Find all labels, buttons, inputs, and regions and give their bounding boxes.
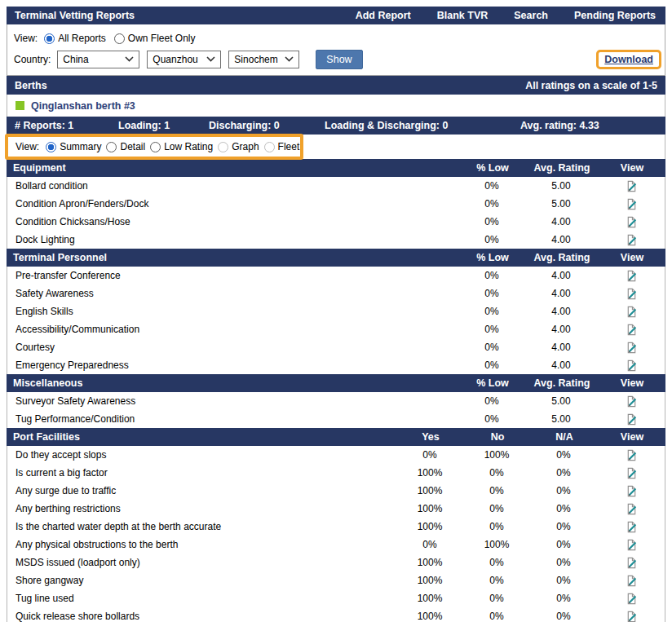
view-report-icon[interactable]	[626, 611, 638, 622]
table-row: Any physical obstructions to the berth0%…	[7, 536, 665, 554]
row-value: 100%	[396, 557, 464, 568]
table-row: Pre-transfer Conference0%4.00	[7, 267, 665, 285]
country-select-value: China	[63, 54, 88, 65]
row-value: 100%	[396, 485, 464, 496]
view-cell	[598, 287, 665, 299]
radio-all-reports[interactable]: All Reports	[44, 33, 106, 44]
view-report-icon[interactable]	[626, 180, 638, 192]
view-cell	[598, 448, 665, 461]
stat-loading-discharging: Loading & Discharging: 0	[325, 120, 520, 131]
view-report-icon[interactable]	[626, 593, 638, 605]
download-link[interactable]: Download	[604, 54, 653, 65]
row-value: 0%	[529, 611, 598, 622]
row-value: 5.00	[524, 413, 598, 425]
radio-own-fleet-label: Own Fleet Only	[128, 33, 196, 44]
nav-search[interactable]: Search	[514, 10, 548, 21]
row-value: 0%	[459, 413, 524, 425]
column-header-yes: Yes	[396, 431, 465, 443]
view-cell	[598, 592, 665, 604]
view-report-icon[interactable]	[626, 324, 638, 336]
row-label: Tug Performance/Condition	[7, 413, 459, 425]
table-row: Shore gangway100%0%0%	[7, 571, 665, 589]
nav-pending-reports[interactable]: Pending Reports	[574, 10, 656, 21]
radio-disabled-icon	[218, 142, 228, 152]
view-cell	[598, 395, 665, 407]
nav-blank-tvr[interactable]: Blank TVR	[437, 10, 489, 21]
row-label: Safety Awareness	[7, 288, 459, 299]
view-cell	[598, 520, 665, 532]
row-value: 5.00	[524, 198, 598, 210]
view-report-icon[interactable]	[626, 395, 638, 408]
view-report-icon[interactable]	[626, 503, 638, 515]
view-cell	[598, 610, 665, 622]
row-value: 100%	[396, 503, 464, 514]
view-cell	[598, 574, 665, 586]
top-nav-bar: Terminal Vetting Reports Add Report Blan…	[7, 7, 665, 24]
view-report-icon[interactable]	[626, 270, 638, 282]
row-value: 0%	[459, 395, 524, 407]
view-report-icon[interactable]	[626, 360, 638, 372]
view-report-icon[interactable]	[626, 539, 638, 551]
section-title: Terminal Personnel	[7, 252, 460, 263]
show-button[interactable]: Show	[316, 50, 362, 69]
berth-name-link[interactable]: Qinglanshan berth #3	[31, 100, 135, 112]
view-report-icon[interactable]	[626, 216, 638, 228]
row-value: 0%	[464, 467, 529, 479]
column-header-no: No	[465, 431, 530, 443]
port-select[interactable]: Quanzhou	[147, 51, 221, 68]
radio-view-low-rating[interactable]: Low Rating	[150, 141, 213, 152]
column-header-view: View	[599, 377, 665, 389]
nav-add-report[interactable]: Add Report	[356, 10, 411, 21]
view-filter-label: View:	[14, 33, 38, 44]
stat-discharging: Discharging: 0	[209, 120, 325, 131]
row-value: 0%	[464, 593, 529, 604]
table-row: Safety Awareness0%4.00	[7, 285, 665, 302]
view-report-icon[interactable]	[626, 198, 638, 210]
view-report-icon[interactable]	[626, 485, 638, 497]
radio-disabled-icon	[264, 142, 275, 152]
rating-scale-note: All ratings on a scale of 1-5	[525, 80, 657, 91]
view-report-icon[interactable]	[626, 575, 638, 587]
view-report-icon[interactable]	[626, 521, 638, 533]
radio-fleet-label: Fleet	[278, 141, 300, 152]
berth-stats-bar: # Reports: 1 Loading: 1 Discharging: 0 L…	[7, 117, 665, 135]
view-cell	[598, 197, 665, 210]
row-value: 0%	[396, 449, 464, 461]
row-value: 4.00	[524, 324, 598, 335]
row-label: Is current a big factor	[7, 467, 396, 479]
view-cell	[598, 269, 665, 281]
terminal-select[interactable]: Sinochem	[228, 51, 299, 68]
radio-view-detail[interactable]: Detail	[106, 141, 145, 152]
radio-own-fleet-only[interactable]: Own Fleet Only	[114, 33, 196, 44]
row-label: Is the charted water depth at the berth …	[7, 521, 396, 532]
radio-view-fleet[interactable]: Fleet	[264, 141, 300, 152]
row-value: 100%	[396, 575, 464, 586]
row-label: Pre-transfer Conference	[7, 270, 459, 281]
view-cell	[598, 556, 665, 568]
view-report-icon[interactable]	[626, 449, 638, 461]
view-cell	[598, 412, 665, 425]
view-report-icon[interactable]	[626, 342, 638, 354]
view-report-icon[interactable]	[626, 306, 638, 318]
view-report-icon[interactable]	[626, 557, 638, 569]
view-cell	[598, 179, 665, 192]
row-value: 0%	[529, 449, 598, 461]
radio-view-summary[interactable]: Summary	[46, 141, 101, 152]
view-tabs-label: View:	[15, 141, 39, 152]
row-value: 0%	[459, 306, 524, 317]
view-report-icon[interactable]	[626, 413, 638, 426]
country-select[interactable]: China	[57, 51, 139, 68]
section-title: Port Facilities	[7, 431, 396, 443]
report-section: Terminal Personnel % LowAvg. RatingView …	[7, 249, 665, 374]
table-row: Emergency Preparedness0%4.00	[7, 356, 665, 374]
column-header-view: View	[599, 162, 665, 174]
row-value: 4.00	[524, 306, 598, 317]
radio-unchecked-icon	[114, 33, 125, 44]
radio-view-graph[interactable]: Graph	[218, 141, 259, 152]
view-report-icon[interactable]	[626, 467, 638, 479]
row-label: Any physical obstructions to the berth	[7, 539, 396, 550]
view-report-icon[interactable]	[626, 234, 638, 246]
column-header-avg-rating: Avg. Rating	[525, 377, 599, 389]
row-value: 0%	[464, 575, 529, 586]
view-report-icon[interactable]	[626, 288, 638, 300]
